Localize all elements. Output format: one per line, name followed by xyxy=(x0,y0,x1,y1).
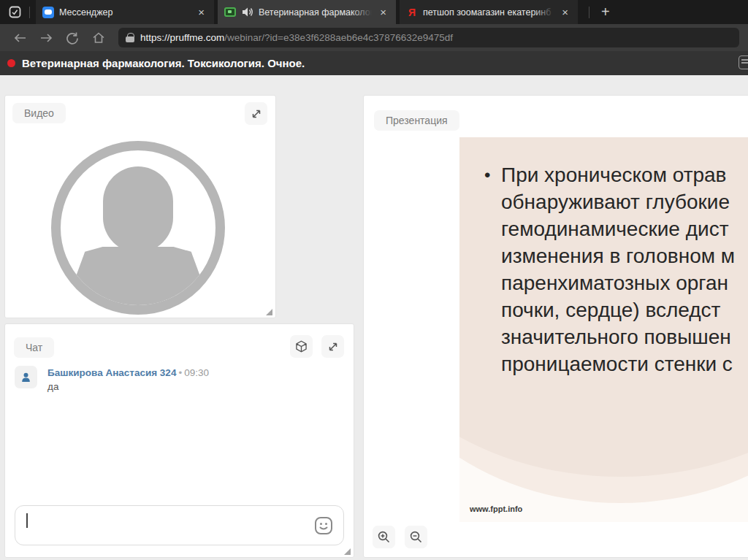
text-caret xyxy=(26,513,28,528)
tab-actions-icon[interactable] xyxy=(6,4,23,21)
avatar-head xyxy=(103,166,173,253)
divider xyxy=(589,7,589,18)
avatar-shoulders xyxy=(64,247,212,308)
expand-icon[interactable] xyxy=(321,335,344,358)
resize-handle[interactable] xyxy=(266,309,272,315)
close-icon[interactable]: × xyxy=(559,5,571,19)
zoom-in-icon[interactable] xyxy=(373,526,395,548)
slide-text: •При хроническом отрав обнаруживают глуб… xyxy=(484,161,735,377)
webinar-header: Ветеринарная фармакология. Токсикология.… xyxy=(0,51,748,75)
tab-webinar[interactable]: Ветеринарная фармаколог × xyxy=(218,0,396,24)
chat-time: 09:30 xyxy=(184,367,209,378)
user-avatar-icon xyxy=(15,366,37,388)
back-icon[interactable] xyxy=(9,28,31,48)
live-indicator-dot xyxy=(7,59,15,67)
bullet: • xyxy=(484,161,501,188)
chat-panel-label: Чат xyxy=(14,337,54,358)
tab-yandex-search[interactable]: Я петшоп зоомагазин екатеринб × xyxy=(400,0,578,24)
expand-icon[interactable] xyxy=(245,102,267,125)
lock-icon xyxy=(126,33,134,42)
forward-icon[interactable] xyxy=(35,28,57,48)
audio-playing-icon xyxy=(241,7,253,18)
video-panel: Видео xyxy=(4,95,276,318)
webinar-title: Ветеринарная фармакология. Токсикология.… xyxy=(22,57,305,69)
tab-title: петшоп зоомагазин екатеринб xyxy=(423,7,551,18)
divider xyxy=(29,7,30,18)
url-path: /webinar/?id=e38e3f6288aeb6e4c37876632e9… xyxy=(224,32,453,43)
home-icon[interactable] xyxy=(88,28,110,48)
chat-panel: Чат Башкирова Анастасия 324•09:30 да xyxy=(4,323,354,558)
tab-title: Мессенджер xyxy=(59,7,112,18)
cube-icon[interactable] xyxy=(290,335,313,358)
video-panel-label: Видео xyxy=(12,103,66,123)
webcam-icon xyxy=(224,7,236,17)
zoom-out-icon[interactable] xyxy=(405,526,427,548)
new-tab-button[interactable]: + xyxy=(597,4,614,20)
refresh-icon[interactable] xyxy=(61,28,83,48)
messenger-icon xyxy=(42,7,54,18)
chat-author: Башкирова Анастасия 324 xyxy=(47,367,176,378)
close-icon[interactable]: × xyxy=(377,5,389,19)
yandex-icon: Я xyxy=(406,7,418,18)
presentation-panel-label: Презентация xyxy=(374,110,459,131)
resize-handle[interactable] xyxy=(344,548,351,555)
chat-input-container xyxy=(15,505,344,545)
presentation-panel: Презентация •При хроническом отрав обнар… xyxy=(363,95,748,558)
chat-toggle-icon[interactable] xyxy=(739,55,748,69)
slide-decoration xyxy=(459,398,748,522)
presentation-slide: •При хроническом отрав обнаруживают глуб… xyxy=(459,137,748,522)
browser-toolbar: https://pruffme.com/webinar/?id=e38e3f62… xyxy=(0,24,748,51)
close-icon[interactable]: × xyxy=(195,5,207,19)
webinar-content: Видео Чат Башкирова Анастасия 324•09:30 … xyxy=(0,75,748,560)
chat-input[interactable] xyxy=(26,512,307,531)
chat-message-text: да xyxy=(47,381,58,392)
slide-watermark: www.fppt.info xyxy=(470,505,522,513)
url-domain: https://pruffme.com xyxy=(140,32,224,43)
avatar xyxy=(51,141,225,315)
tab-messenger[interactable]: Мессенджер × xyxy=(36,0,214,24)
chat-message-header: Башкирова Анастасия 324•09:30 xyxy=(47,367,209,378)
url-bar[interactable]: https://pruffme.com/webinar/?id=e38e3f62… xyxy=(118,28,739,47)
separator: • xyxy=(178,367,182,378)
browser-tab-bar: Мессенджер × Ветеринарная фармаколог × Я… xyxy=(0,0,748,24)
emoji-icon[interactable] xyxy=(313,515,334,536)
